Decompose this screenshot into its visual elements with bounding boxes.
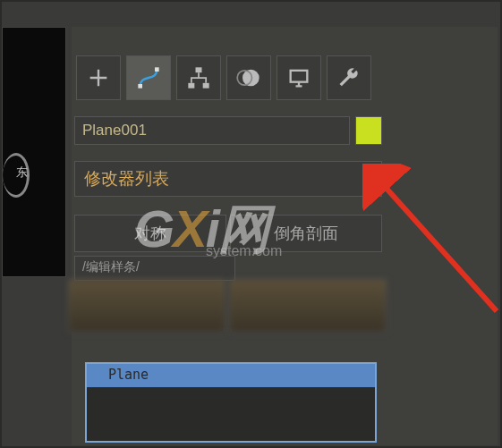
utilities-tab[interactable]	[327, 55, 371, 100]
modify-tab[interactable]	[126, 55, 171, 100]
modifier-stack[interactable]: Plane	[85, 362, 377, 443]
stack-item-plane[interactable]: Plane	[87, 364, 375, 387]
hierarchy-icon	[186, 65, 211, 90]
svg-rect-7	[291, 71, 308, 82]
modifier-button-row: 对称 倒角剖面	[74, 215, 382, 252]
modifier-dropdown-label: 修改器列表	[84, 167, 169, 190]
svg-point-5	[242, 70, 260, 87]
svg-rect-2	[196, 67, 202, 72]
viewport-panel	[2, 27, 66, 277]
viewcube-label: 东	[16, 165, 28, 181]
plus-icon	[86, 65, 111, 90]
svg-rect-3	[188, 83, 194, 89]
obscured-button-1[interactable]	[68, 279, 225, 333]
bezier-icon	[136, 65, 161, 90]
circle-icon	[236, 65, 261, 90]
edit-spline-preset[interactable]: /编辑样条/	[74, 256, 235, 281]
symmetry-button[interactable]: 对称	[74, 215, 226, 252]
wrench-icon	[336, 65, 362, 90]
chevron-down-icon: ▼	[363, 174, 372, 184]
display-tab[interactable]	[277, 55, 321, 100]
svg-rect-4	[203, 83, 209, 89]
object-color-swatch[interactable]	[355, 116, 382, 145]
hierarchy-tab[interactable]	[176, 55, 221, 100]
svg-rect-1	[155, 67, 159, 72]
object-name-input[interactable]	[74, 116, 350, 145]
obscured-button-2[interactable]	[229, 279, 387, 333]
modifier-list-dropdown[interactable]: 修改器列表 ▼	[74, 161, 382, 197]
chamfer-profile-button[interactable]: 倒角剖面	[230, 215, 382, 252]
motion-tab[interactable]	[226, 55, 271, 100]
command-tabs	[76, 55, 371, 100]
create-tab[interactable]	[76, 55, 121, 100]
svg-rect-0	[138, 84, 142, 89]
monitor-icon	[286, 65, 311, 90]
